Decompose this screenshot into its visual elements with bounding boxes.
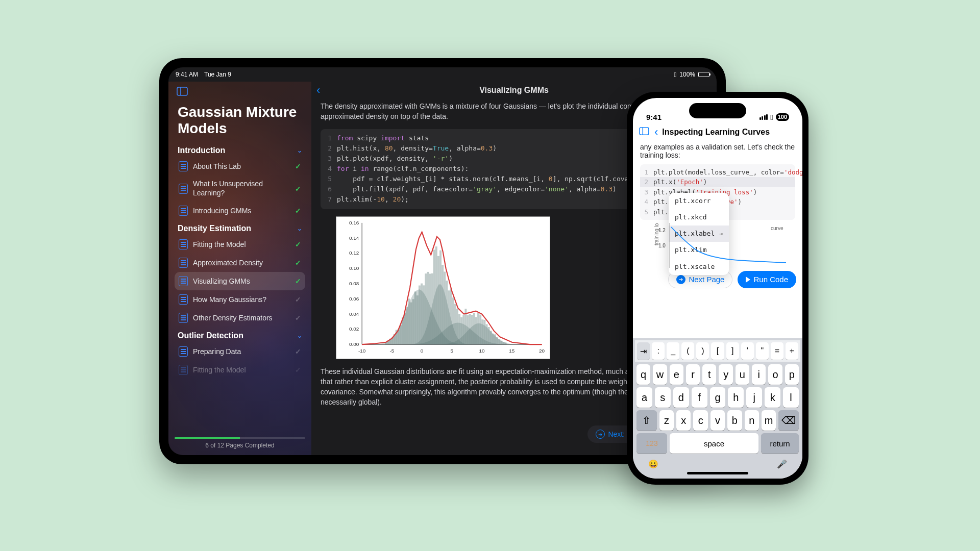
sidebar-section-header[interactable]: Density Estimation⌄	[178, 224, 302, 233]
run-code-button[interactable]: Run Code	[738, 271, 796, 288]
sidebar-toggle-icon[interactable]	[639, 127, 649, 137]
sidebar-toggle-icon[interactable]	[175, 84, 190, 99]
accessory-key[interactable]: "	[756, 342, 769, 360]
svg-rect-59	[467, 315, 469, 344]
svg-rect-48	[444, 271, 446, 344]
key[interactable]: k	[765, 387, 780, 408]
key[interactable]: e	[670, 364, 683, 385]
key-return[interactable]: return	[761, 433, 799, 454]
sidebar-item[interactable]: Visualizing GMMs ✓	[175, 272, 305, 290]
accessory-key[interactable]: '	[741, 342, 754, 360]
check-icon: ✓	[295, 366, 301, 374]
svg-rect-30	[406, 307, 408, 344]
accessory-key[interactable]: +	[786, 342, 798, 360]
emoji-icon[interactable]: 😀	[648, 459, 658, 469]
key[interactable]: d	[673, 387, 689, 408]
svg-text:0.00: 0.00	[349, 341, 359, 347]
sidebar-item[interactable]: Fitting the Model ✓	[175, 235, 305, 254]
home-indicator[interactable]	[687, 472, 748, 474]
doc-icon	[179, 184, 188, 194]
next-page-label: Next Page	[689, 275, 724, 284]
key[interactable]: t	[702, 364, 716, 385]
mic-icon[interactable]: 🎤	[777, 459, 787, 469]
check-icon: ✓	[295, 277, 301, 285]
key[interactable]: j	[746, 387, 762, 408]
key[interactable]: y	[719, 364, 732, 385]
arrow-right-icon: ➜	[676, 275, 685, 284]
accessory-key[interactable]: (	[681, 342, 694, 360]
key[interactable]: i	[752, 364, 766, 385]
sidebar-item[interactable]: Approximated Density ✓	[175, 254, 305, 272]
key[interactable]: c	[693, 410, 707, 431]
key[interactable]: f	[692, 387, 707, 408]
sidebar-item-label: Introducing GMMs	[193, 207, 290, 216]
key[interactable]: ⌫	[778, 410, 799, 431]
chevron-down-icon: ⌄	[297, 225, 302, 232]
sidebar-item[interactable]: Introducing GMMs ✓	[175, 202, 305, 220]
svg-text:0.02: 0.02	[349, 326, 359, 332]
accessory-key[interactable]: )	[696, 342, 709, 360]
key[interactable]: b	[727, 410, 742, 431]
accessory-key[interactable]: :	[652, 342, 665, 360]
wifi-icon: 􀙇	[770, 113, 773, 121]
sidebar-item-label: Fitting the Model	[193, 366, 290, 375]
svg-rect-50	[448, 290, 450, 344]
sidebar-item[interactable]: Preparing Data ✓	[175, 342, 305, 361]
key[interactable]: o	[768, 364, 782, 385]
accessory-key[interactable]: =	[771, 342, 783, 360]
check-icon: ✓	[295, 347, 301, 356]
svg-text:20: 20	[539, 348, 545, 354]
svg-rect-68	[486, 324, 488, 344]
key[interactable]: m	[762, 410, 776, 431]
svg-rect-72	[494, 334, 496, 344]
chevron-down-icon: ⌄	[297, 147, 302, 154]
key[interactable]: r	[686, 364, 700, 385]
sidebar-item[interactable]: What Is Unsupervised Learning? ✓	[175, 176, 305, 202]
key[interactable]: x	[676, 410, 691, 431]
keyboard-accessory-row[interactable]: ⇥:_()[]'"=+	[635, 340, 800, 362]
page-title: Inspecting Learning Curves	[662, 128, 770, 137]
sidebar-item[interactable]: Fitting the Model ✓	[175, 361, 305, 379]
accessory-key[interactable]: ]	[726, 342, 739, 360]
accessory-key[interactable]: _	[667, 342, 679, 360]
sidebar-item[interactable]: How Many Gaussians? ✓	[175, 290, 305, 309]
doc-icon	[179, 161, 188, 171]
svg-rect-0	[177, 87, 187, 95]
key[interactable]: n	[745, 410, 759, 431]
sidebar-item[interactable]: About This Lab ✓	[175, 157, 305, 176]
key[interactable]: z	[659, 410, 674, 431]
code-block[interactable]: 1plt.plot(model.loss_curve_, color='dodg…	[640, 164, 795, 220]
back-button[interactable]: ‹	[654, 126, 658, 139]
sidebar-section-header[interactable]: Outlier Detection⌄	[178, 331, 302, 340]
key[interactable]: h	[728, 387, 744, 408]
key-123[interactable]: 123	[636, 433, 667, 454]
accessory-key[interactable]: [	[711, 342, 724, 360]
key[interactable]: w	[653, 364, 667, 385]
key[interactable]: u	[736, 364, 749, 385]
key[interactable]: s	[655, 387, 671, 408]
iphone-content[interactable]: any examples as a validation set. Let's …	[633, 141, 802, 268]
svg-text:0.04: 0.04	[349, 311, 359, 316]
key[interactable]: p	[785, 364, 799, 385]
key-space[interactable]: space	[670, 433, 758, 454]
doc-icon	[179, 276, 188, 286]
battery-icon	[698, 72, 709, 77]
check-icon: ✓	[295, 240, 301, 248]
key[interactable]: a	[636, 387, 652, 408]
svg-rect-42	[431, 273, 433, 344]
keyboard[interactable]: ⇥:_()[]'"=+ qwertyuiop asdfghjkl ⇧zxcvbn…	[633, 338, 802, 479]
svg-rect-40	[427, 272, 429, 344]
svg-text:10: 10	[479, 348, 485, 354]
sidebar-item[interactable]: Other Density Estimators ✓	[175, 309, 305, 327]
back-button[interactable]: ‹	[316, 84, 320, 97]
key[interactable]: v	[710, 410, 725, 431]
key[interactable]: l	[783, 387, 799, 408]
key[interactable]: q	[636, 364, 650, 385]
key[interactable]: ⇧	[636, 410, 657, 431]
cellular-icon	[760, 114, 768, 120]
autocomplete-item[interactable]: plt.xcorr	[669, 193, 729, 209]
key[interactable]: g	[710, 387, 726, 408]
sidebar-list[interactable]: Introduction⌄ About This Lab ✓ What Is U…	[175, 142, 305, 433]
sidebar-section-header[interactable]: Introduction⌄	[178, 146, 302, 155]
accessory-key[interactable]: ⇥	[637, 342, 650, 360]
